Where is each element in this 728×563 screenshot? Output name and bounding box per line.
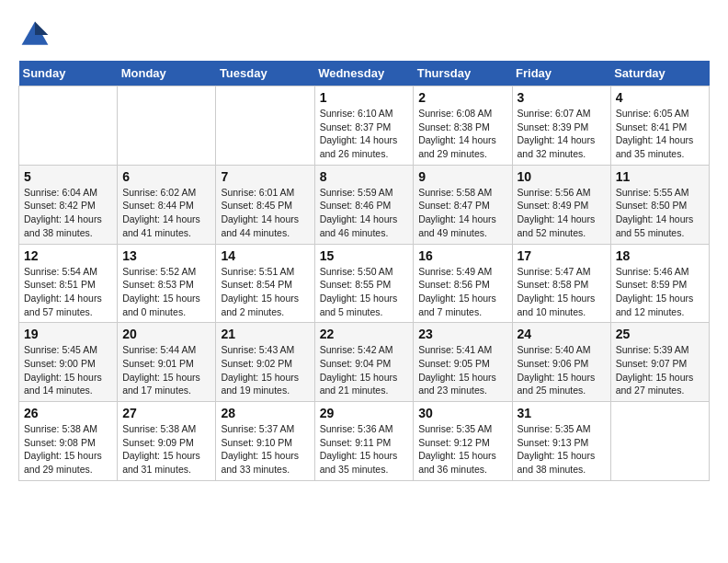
calendar-cell: 24Sunrise: 5:40 AMSunset: 9:06 PMDayligh… — [512, 323, 610, 402]
calendar-cell: 29Sunrise: 5:36 AMSunset: 9:11 PMDayligh… — [314, 402, 414, 481]
calendar-cell: 10Sunrise: 5:56 AMSunset: 8:49 PMDayligh… — [512, 165, 610, 244]
calendar-cell: 31Sunrise: 5:35 AMSunset: 9:13 PMDayligh… — [512, 402, 610, 481]
day-info: Sunrise: 5:46 AMSunset: 8:59 PMDaylight:… — [616, 265, 704, 319]
calendar-cell: 20Sunrise: 5:44 AMSunset: 9:01 PMDayligh… — [118, 323, 216, 402]
day-number: 1 — [320, 90, 409, 105]
day-info: Sunrise: 5:42 AMSunset: 9:04 PMDaylight:… — [320, 343, 409, 397]
day-info: Sunrise: 6:04 AMSunset: 8:42 PMDaylight:… — [24, 186, 112, 240]
day-number: 18 — [616, 248, 704, 263]
day-info: Sunrise: 5:35 AMSunset: 9:12 PMDaylight:… — [418, 422, 506, 477]
day-number: 4 — [616, 90, 704, 105]
day-number: 7 — [221, 169, 309, 184]
day-number: 20 — [122, 327, 210, 341]
header-wednesday: Wednesday — [314, 61, 414, 86]
day-info: Sunrise: 5:51 AMSunset: 8:54 PMDaylight:… — [221, 265, 309, 319]
day-number: 27 — [122, 406, 210, 420]
day-info: Sunrise: 5:36 AMSunset: 9:11 PMDaylight:… — [320, 422, 409, 477]
day-number: 8 — [320, 169, 409, 184]
day-info: Sunrise: 5:49 AMSunset: 8:56 PMDaylight:… — [418, 265, 506, 319]
week-row-3: 12Sunrise: 5:54 AMSunset: 8:51 PMDayligh… — [19, 244, 710, 323]
calendar-cell: 21Sunrise: 5:43 AMSunset: 9:02 PMDayligh… — [216, 323, 314, 402]
header-saturday: Saturday — [610, 61, 709, 86]
day-info: Sunrise: 5:54 AMSunset: 8:51 PMDaylight:… — [24, 265, 112, 319]
day-number: 29 — [320, 406, 409, 420]
day-number: 3 — [518, 90, 606, 105]
day-info: Sunrise: 5:52 AMSunset: 8:53 PMDaylight:… — [122, 265, 210, 319]
calendar-cell: 15Sunrise: 5:50 AMSunset: 8:55 PMDayligh… — [314, 244, 414, 323]
day-info: Sunrise: 5:37 AMSunset: 9:10 PMDaylight:… — [221, 422, 309, 477]
header-thursday: Thursday — [414, 61, 512, 86]
calendar-cell: 7Sunrise: 6:01 AMSunset: 8:45 PMDaylight… — [216, 165, 314, 244]
calendar-header-row: SundayMondayTuesdayWednesdayThursdayFrid… — [19, 61, 710, 86]
calendar-cell: 28Sunrise: 5:37 AMSunset: 9:10 PMDayligh… — [216, 402, 314, 481]
calendar-cell: 13Sunrise: 5:52 AMSunset: 8:53 PMDayligh… — [118, 244, 216, 323]
page-header — [18, 18, 710, 52]
calendar-cell: 23Sunrise: 5:41 AMSunset: 9:05 PMDayligh… — [414, 323, 512, 402]
day-number: 9 — [418, 169, 506, 184]
day-number: 24 — [518, 327, 606, 341]
calendar-cell: 14Sunrise: 5:51 AMSunset: 8:54 PMDayligh… — [216, 244, 314, 323]
day-info: Sunrise: 5:39 AMSunset: 9:07 PMDaylight:… — [616, 343, 704, 397]
calendar-cell: 9Sunrise: 5:58 AMSunset: 8:47 PMDaylight… — [414, 165, 512, 244]
calendar-cell — [216, 86, 314, 166]
day-info: Sunrise: 6:07 AMSunset: 8:39 PMDaylight:… — [518, 107, 606, 161]
calendar-cell: 5Sunrise: 6:04 AMSunset: 8:42 PMDaylight… — [19, 165, 118, 244]
day-number: 5 — [24, 169, 112, 184]
day-number: 16 — [418, 248, 506, 263]
calendar-cell: 25Sunrise: 5:39 AMSunset: 9:07 PMDayligh… — [610, 323, 709, 402]
week-row-1: 1Sunrise: 6:10 AMSunset: 8:37 PMDaylight… — [19, 86, 710, 166]
day-number: 13 — [122, 248, 210, 263]
day-info: Sunrise: 5:43 AMSunset: 9:02 PMDaylight:… — [221, 343, 309, 397]
header-friday: Friday — [512, 61, 610, 86]
day-info: Sunrise: 5:50 AMSunset: 8:55 PMDaylight:… — [320, 265, 409, 319]
day-info: Sunrise: 5:41 AMSunset: 9:05 PMDaylight:… — [418, 343, 506, 397]
calendar-cell — [19, 86, 118, 166]
day-info: Sunrise: 6:08 AMSunset: 8:38 PMDaylight:… — [418, 107, 506, 161]
calendar-cell: 11Sunrise: 5:55 AMSunset: 8:50 PMDayligh… — [610, 165, 709, 244]
day-number: 26 — [24, 406, 112, 420]
day-number: 10 — [518, 169, 606, 184]
calendar-cell: 19Sunrise: 5:45 AMSunset: 9:00 PMDayligh… — [19, 323, 118, 402]
day-info: Sunrise: 5:40 AMSunset: 9:06 PMDaylight:… — [518, 343, 606, 397]
week-row-4: 19Sunrise: 5:45 AMSunset: 9:00 PMDayligh… — [19, 323, 710, 402]
day-number: 23 — [418, 327, 506, 341]
day-info: Sunrise: 5:59 AMSunset: 8:46 PMDaylight:… — [320, 186, 409, 240]
calendar-cell: 30Sunrise: 5:35 AMSunset: 9:12 PMDayligh… — [414, 402, 512, 481]
calendar-table: SundayMondayTuesdayWednesdayThursdayFrid… — [18, 61, 710, 481]
calendar-cell: 6Sunrise: 6:02 AMSunset: 8:44 PMDaylight… — [118, 165, 216, 244]
day-number: 2 — [418, 90, 506, 105]
header-monday: Monday — [118, 61, 216, 86]
day-number: 14 — [221, 248, 309, 263]
calendar-cell: 18Sunrise: 5:46 AMSunset: 8:59 PMDayligh… — [610, 244, 709, 323]
calendar-cell: 1Sunrise: 6:10 AMSunset: 8:37 PMDaylight… — [314, 86, 414, 166]
day-info: Sunrise: 5:55 AMSunset: 8:50 PMDaylight:… — [616, 186, 704, 240]
day-info: Sunrise: 5:47 AMSunset: 8:58 PMDaylight:… — [518, 265, 606, 319]
day-info: Sunrise: 6:02 AMSunset: 8:44 PMDaylight:… — [122, 186, 210, 240]
calendar-cell: 22Sunrise: 5:42 AMSunset: 9:04 PMDayligh… — [314, 323, 414, 402]
logo-icon — [18, 18, 51, 52]
day-info: Sunrise: 5:38 AMSunset: 9:08 PMDaylight:… — [24, 422, 112, 477]
day-info: Sunrise: 5:38 AMSunset: 9:09 PMDaylight:… — [122, 422, 210, 477]
week-row-5: 26Sunrise: 5:38 AMSunset: 9:08 PMDayligh… — [19, 402, 710, 481]
day-info: Sunrise: 5:35 AMSunset: 9:13 PMDaylight:… — [518, 422, 606, 477]
day-info: Sunrise: 6:05 AMSunset: 8:41 PMDaylight:… — [616, 107, 704, 161]
day-info: Sunrise: 6:10 AMSunset: 8:37 PMDaylight:… — [320, 107, 409, 161]
day-info: Sunrise: 5:45 AMSunset: 9:00 PMDaylight:… — [24, 343, 112, 397]
calendar-cell: 4Sunrise: 6:05 AMSunset: 8:41 PMDaylight… — [610, 86, 709, 166]
day-info: Sunrise: 6:01 AMSunset: 8:45 PMDaylight:… — [221, 186, 309, 240]
day-number: 11 — [616, 169, 704, 184]
calendar-cell: 27Sunrise: 5:38 AMSunset: 9:09 PMDayligh… — [118, 402, 216, 481]
week-row-2: 5Sunrise: 6:04 AMSunset: 8:42 PMDaylight… — [19, 165, 710, 244]
day-info: Sunrise: 5:58 AMSunset: 8:47 PMDaylight:… — [418, 186, 506, 240]
calendar-cell: 3Sunrise: 6:07 AMSunset: 8:39 PMDaylight… — [512, 86, 610, 166]
day-number: 15 — [320, 248, 409, 263]
day-number: 12 — [24, 248, 112, 263]
logo — [18, 18, 55, 52]
day-number: 6 — [122, 169, 210, 184]
svg-marker-1 — [35, 22, 48, 35]
calendar-cell: 2Sunrise: 6:08 AMSunset: 8:38 PMDaylight… — [414, 86, 512, 166]
calendar-cell: 16Sunrise: 5:49 AMSunset: 8:56 PMDayligh… — [414, 244, 512, 323]
day-number: 30 — [418, 406, 506, 420]
header-tuesday: Tuesday — [216, 61, 314, 86]
calendar-cell: 17Sunrise: 5:47 AMSunset: 8:58 PMDayligh… — [512, 244, 610, 323]
